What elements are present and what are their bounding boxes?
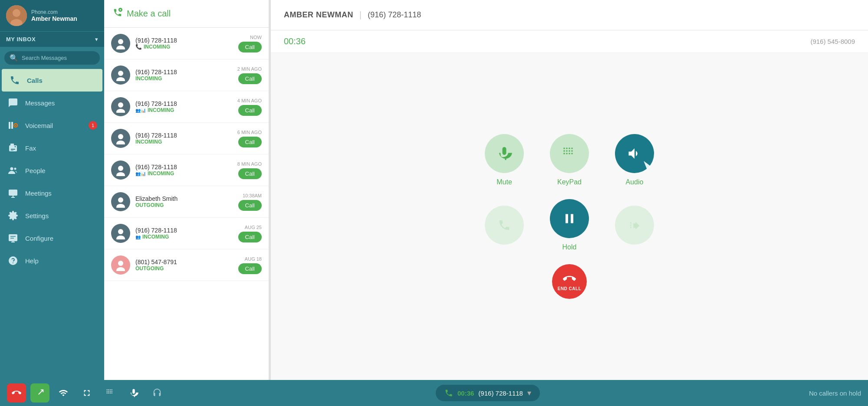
audio-circle [615,134,654,173]
fullscreen-button[interactable] [77,383,96,403]
sidebar-item-meetings[interactable]: Meetings [0,182,104,204]
call-time: 2 MIN AGO [237,66,262,72]
sidebar-item-fax[interactable]: Fax [0,137,104,159]
sidebar-item-calls[interactable]: Calls [2,69,102,92]
audio-button[interactable]: Audio [615,134,654,186]
sidebar-voicemail-label: Voicemail [25,122,53,129]
call-avatar [111,65,130,85]
call-meta: 10:38AM Call [238,193,262,211]
keypad-button[interactable]: KeyPad [550,134,589,186]
sidebar: Phone.com Amber Newman MY INBOX ▾ 🔍 Call… [0,0,104,380]
add-call-button[interactable] [485,206,524,245]
call-name: (916) 728-1118 [135,227,233,234]
keypad-label: KeyPad [557,178,582,186]
separator: | [359,10,362,20]
make-call-plus-icon [113,8,122,20]
call-timer: 00:36 [284,36,306,46]
dialout-button[interactable] [30,383,49,403]
list-item[interactable]: (916) 728-1118 📞 INCOMING NOW Call [104,28,269,59]
call-info: (916) 728-1118 👥📊 INCOMING [135,100,232,113]
call-timer-bar: 00:36 (916) 545-8009 [271,30,868,53]
fax-icon [7,142,19,154]
sidebar-header: Phone.com Amber Newman [0,0,104,31]
svg-point-32 [116,236,125,239]
call-button[interactable]: Call [238,105,262,116]
svg-point-13 [14,168,16,170]
call-name: (916) 728-1118 [135,37,233,44]
mute-button[interactable]: Mute [485,134,524,186]
call-name: Elizabeth Smith [135,195,233,202]
list-item[interactable]: (916) 728-1118 👥📊 INCOMING 8 MIN AGO Cal… [104,154,269,186]
call-button[interactable]: Call [238,42,262,52]
svg-point-26 [116,141,125,144]
call-button[interactable]: Call [238,73,262,84]
search-box[interactable]: 🔍 [4,51,100,65]
mute-bottom-button[interactable] [124,383,143,403]
avatar-image [6,5,27,26]
wifi-button[interactable] [54,383,73,403]
call-info: Elizabeth Smith OUTGOING [135,195,233,208]
call-type: OUTGOING [135,265,233,272]
brand-name: Phone.com [31,9,77,15]
call-button[interactable]: Call [238,168,262,179]
call-button[interactable]: Call [238,137,262,147]
make-call-header[interactable]: Make a call [104,0,269,28]
svg-point-20 [116,46,125,49]
call-name: (801) 547-8791 [135,259,233,265]
svg-point-25 [118,134,123,139]
call-meta: NOW Call [238,35,262,52]
end-call-button[interactable]: END CALL [552,264,587,299]
inbox-selector[interactable]: MY INBOX ▾ [0,31,104,47]
dialpad-button[interactable] [101,383,120,403]
hold-button[interactable]: Hold [550,199,589,251]
sidebar-item-settings[interactable]: Settings [0,204,104,227]
call-type: OUTGOING [135,202,233,208]
call-list: (916) 728-1118 📞 INCOMING NOW Call ( [104,28,269,380]
sidebar-fax-label: Fax [25,144,36,152]
list-item[interactable]: (916) 728-1118 INCOMING 2 MIN AGO Call [104,59,269,91]
svg-rect-15 [9,234,17,241]
transfer-button[interactable] [615,206,654,245]
svg-point-12 [10,167,13,170]
svg-point-27 [118,166,123,171]
svg-point-6 [15,125,16,126]
inbox-label: MY INBOX [6,36,36,43]
call-name: (916) 728-1118 [135,69,232,75]
call-avatar [111,34,130,53]
call-header-number: (916) 728-1118 [368,10,421,20]
sidebar-item-people[interactable]: People [0,159,104,182]
list-item[interactable]: (801) 547-8791 OUTGOING AUG 18 Call [104,249,269,281]
call-button[interactable]: Call [238,232,262,242]
no-hold-text: No callers on hold [809,390,861,397]
keypad-circle [550,134,589,173]
sidebar-item-voicemail[interactable]: Voicemail 1 [0,114,104,137]
active-call-chevron-icon[interactable]: ▾ [527,388,531,398]
sidebar-item-messages[interactable]: Messages [0,92,104,114]
call-time: 8 MIN AGO [237,161,262,167]
sidebar-item-configure[interactable]: Configure [0,227,104,249]
svg-point-24 [116,109,125,113]
end-call-label: END CALL [558,286,582,291]
hangup-button[interactable] [7,383,26,403]
svg-point-17 [13,262,13,263]
list-item[interactable]: (916) 728-1118 👥📊 INCOMING 4 MIN AGO Cal… [104,91,269,123]
search-input[interactable] [22,55,95,61]
add-call-circle [485,206,524,245]
call-info: (916) 728-1118 📞 INCOMING [135,37,233,50]
svg-point-31 [118,229,123,234]
list-item[interactable]: (916) 728-1118 👥 INCOMING AUG 25 Call [104,218,269,249]
people-icon [7,164,19,177]
meetings-icon [7,187,19,199]
call-info: (916) 728-1118 👥 INCOMING [135,227,233,240]
call-button[interactable]: Call [238,263,262,274]
active-call-indicator[interactable]: 00:36 (916) 728-1118 ▾ [436,385,540,401]
list-item[interactable]: (916) 728-1118 INCOMING 6 MIN AGO Call [104,123,269,154]
list-item[interactable]: Elizabeth Smith OUTGOING 10:38AM Call [104,186,269,218]
username: Amber Newman [31,15,77,22]
headset-button[interactable] [148,383,167,403]
inbox-chevron-icon[interactable]: ▾ [95,36,98,43]
call-time: 6 MIN AGO [237,130,262,135]
sidebar-item-help[interactable]: Help [0,249,104,272]
svg-point-33 [118,261,123,266]
call-button[interactable]: Call [238,200,262,211]
